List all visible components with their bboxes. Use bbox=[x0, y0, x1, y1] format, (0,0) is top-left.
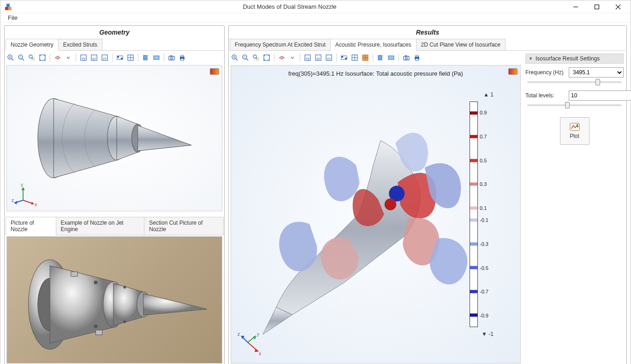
colorbar-tick: 0.9 bbox=[480, 110, 487, 115]
svg-text:y: y bbox=[21, 182, 23, 187]
view-yz-icon[interactable]: yz bbox=[89, 53, 99, 63]
svg-rect-4 bbox=[595, 5, 599, 9]
geometry-viewport[interactable]: x y z bbox=[6, 65, 222, 211]
svg-rect-30 bbox=[154, 56, 159, 60]
svg-text:z: z bbox=[238, 332, 240, 337]
print-icon[interactable] bbox=[412, 53, 422, 63]
orbit-dropdown-icon[interactable] bbox=[287, 53, 298, 63]
svg-point-29 bbox=[147, 55, 149, 57]
menu-file[interactable]: File bbox=[4, 13, 21, 22]
orbit-icon[interactable] bbox=[53, 53, 63, 63]
svg-rect-78 bbox=[345, 58, 347, 60]
transparency-icon[interactable] bbox=[115, 53, 125, 63]
scene-light-icon[interactable] bbox=[141, 53, 151, 63]
svg-text:yz: yz bbox=[92, 56, 96, 60]
view-zx-icon[interactable]: zx bbox=[100, 53, 110, 63]
zoom-extents-icon[interactable] bbox=[37, 53, 48, 63]
maximize-button[interactable] bbox=[586, 0, 607, 13]
svg-text:zx: zx bbox=[103, 56, 107, 60]
window-title: Duct Modes of Dual Stream Nozzle bbox=[14, 3, 565, 10]
svg-point-91 bbox=[385, 198, 397, 210]
colorbar-min: ▼ -1 bbox=[482, 331, 494, 337]
tab-picture-of-nozzle[interactable]: Picture of Nozzle bbox=[6, 217, 56, 235]
clip-icon[interactable] bbox=[151, 53, 161, 63]
orbit-dropdown-icon[interactable] bbox=[63, 53, 73, 63]
wireframe-icon[interactable] bbox=[350, 53, 360, 63]
picture-tabbar: Picture of Nozzle Example of Nozzle on J… bbox=[6, 217, 223, 235]
svg-point-66 bbox=[253, 55, 256, 58]
colorbar-segment bbox=[470, 266, 477, 269]
zoom-out-icon[interactable] bbox=[16, 53, 26, 63]
svg-rect-36 bbox=[181, 59, 184, 60]
tab-2d-cut-plane[interactable]: 2D Cut Plane View of Isosurface bbox=[416, 39, 506, 50]
levels-slider[interactable] bbox=[527, 104, 622, 106]
colorbar-tick: 0.1 bbox=[480, 205, 487, 211]
clip-icon[interactable] bbox=[386, 53, 396, 63]
zoom-box-icon[interactable] bbox=[27, 53, 37, 63]
colorbar-tick: 0.3 bbox=[480, 181, 487, 187]
view-yz-icon[interactable]: yz bbox=[313, 53, 323, 63]
tab-acoustic-pressure-iso[interactable]: Acoustic Pressure, Isosurfaces bbox=[330, 39, 417, 51]
view-zx-icon[interactable]: zx bbox=[324, 53, 334, 63]
svg-rect-81 bbox=[378, 55, 382, 60]
menubar: File bbox=[0, 13, 631, 23]
tab-section-cut-picture[interactable]: Section Cut Picture of Nozzle bbox=[144, 217, 224, 235]
colorbar-segment bbox=[470, 112, 477, 115]
tab-excited-struts[interactable]: Excited Struts bbox=[58, 39, 102, 50]
svg-rect-77 bbox=[341, 56, 343, 58]
zoom-in-icon[interactable] bbox=[230, 53, 240, 63]
svg-point-55 bbox=[123, 286, 126, 288]
svg-text:y: y bbox=[257, 332, 259, 337]
results-viewport[interactable]: freq(305)=3495.1 Hz Isosurface: Total ac… bbox=[231, 65, 521, 364]
plot-icon bbox=[570, 123, 580, 131]
wireframe-icon[interactable] bbox=[125, 53, 136, 63]
show-grid-icon[interactable] bbox=[360, 53, 370, 63]
snapshot-icon[interactable] bbox=[167, 53, 177, 63]
svg-rect-89 bbox=[416, 59, 418, 60]
zoom-out-icon[interactable] bbox=[240, 53, 250, 63]
orbit-icon[interactable] bbox=[277, 53, 287, 63]
results-tabbar: Frequency Spectrum At Excited Strut Acou… bbox=[230, 39, 625, 51]
svg-text:yz: yz bbox=[316, 56, 320, 60]
frequency-slider[interactable] bbox=[527, 81, 622, 83]
print-icon[interactable] bbox=[177, 53, 187, 63]
tab-example-on-jet-engine[interactable]: Example of Nozzle on Jet Engine bbox=[56, 217, 145, 235]
plot-button[interactable]: Plot bbox=[560, 117, 589, 145]
transparency-icon[interactable] bbox=[339, 53, 349, 63]
axis-triad-icon: x y z bbox=[238, 332, 265, 358]
results-chart-title: freq(305)=3495.1 Hz Isosurface: Total ac… bbox=[231, 70, 520, 77]
zoom-box-icon[interactable] bbox=[251, 53, 261, 63]
svg-rect-26 bbox=[121, 58, 123, 60]
close-button[interactable] bbox=[607, 0, 629, 13]
minimize-button[interactable] bbox=[565, 0, 586, 13]
svg-rect-58 bbox=[95, 330, 102, 335]
view-xy-icon[interactable]: xy bbox=[303, 53, 313, 63]
colorbar-segment bbox=[470, 314, 477, 317]
svg-rect-1 bbox=[8, 7, 12, 10]
scene-light-icon[interactable] bbox=[375, 53, 386, 63]
frequency-select[interactable]: 3495.1 bbox=[569, 67, 624, 78]
total-levels-input[interactable] bbox=[569, 90, 631, 101]
snapshot-icon[interactable] bbox=[401, 53, 411, 63]
plot-button-label: Plot bbox=[570, 133, 579, 139]
zoom-extents-icon[interactable] bbox=[262, 53, 272, 63]
svg-text:x: x bbox=[259, 351, 261, 356]
colorbar-segment bbox=[470, 218, 477, 221]
settings-header[interactable]: Isosurface Result Settings bbox=[525, 54, 624, 64]
tab-frequency-spectrum[interactable]: Frequency Spectrum At Excited Strut bbox=[230, 39, 331, 50]
svg-rect-0 bbox=[5, 7, 8, 10]
svg-marker-43 bbox=[21, 187, 25, 190]
view-xy-icon[interactable]: xy bbox=[78, 53, 89, 63]
geometry-title: Geometry bbox=[6, 27, 223, 38]
svg-text:xy: xy bbox=[82, 56, 85, 60]
svg-line-64 bbox=[246, 59, 248, 60]
colorbar-tick: 0.5 bbox=[480, 158, 487, 163]
isosurface-settings-panel: Isosurface Result Settings Frequency (Hz… bbox=[522, 51, 625, 364]
svg-point-32 bbox=[171, 57, 173, 59]
svg-text:zx: zx bbox=[327, 56, 331, 60]
zoom-in-icon[interactable] bbox=[6, 53, 16, 63]
colorbar-bar bbox=[470, 101, 478, 327]
svg-point-14 bbox=[29, 55, 32, 58]
tab-nozzle-geometry[interactable]: Nozzle Geometry bbox=[6, 39, 59, 51]
results-title: Results bbox=[230, 27, 625, 38]
